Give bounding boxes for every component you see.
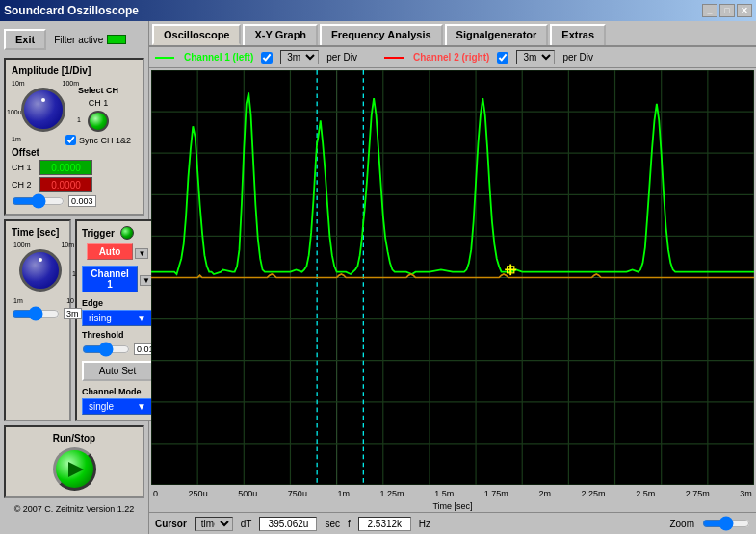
- ch1-offset-row: CH 1: [12, 160, 137, 175]
- time-axis-labels: 0 250u 500u 750u 1m 1.25m 1.5m 1.75m 2m …: [149, 487, 756, 500]
- ch2-per-div-select[interactable]: 3m: [516, 50, 555, 64]
- dt-label: dT: [241, 519, 252, 529]
- amplitude-slider-container: 0.003: [12, 194, 137, 208]
- tab-oscilloscope[interactable]: Oscilloscope: [152, 24, 241, 45]
- window-controls: _ □ ✕: [702, 4, 752, 17]
- time-label-275m: 2.75m: [686, 489, 710, 498]
- filter-active-indicator: Filter active: [54, 35, 126, 45]
- maximize-button[interactable]: □: [719, 4, 735, 17]
- ch1-checkbox[interactable]: [261, 52, 273, 64]
- trigger-label: Trigger: [82, 228, 115, 239]
- trigger-mode-dropdown[interactable]: ▼: [135, 248, 148, 259]
- time-scale-1m: 1m: [13, 297, 23, 304]
- threshold-slider[interactable]: [82, 342, 130, 357]
- ch1-label: CH 1: [89, 98, 109, 108]
- edge-value: rising: [89, 313, 112, 323]
- f-label: f: [348, 519, 351, 529]
- select-ch-label: Select CH: [78, 86, 118, 95]
- ch1-offset-label: CH 1: [12, 163, 36, 172]
- time-label-15m: 1.5m: [434, 489, 454, 498]
- cursor-label: Cursor: [155, 519, 187, 529]
- zoom-slider[interactable]: [702, 516, 750, 531]
- time-label-3m: 3m: [740, 489, 752, 498]
- tab-signal-generator[interactable]: Signalgenerator: [445, 24, 549, 45]
- tab-frequency-analysis[interactable]: Frequency Analysis: [320, 24, 443, 45]
- ch1-offset-input[interactable]: [39, 160, 92, 175]
- ch2-offset-input[interactable]: [39, 177, 92, 192]
- edge-label: Edge: [82, 298, 153, 308]
- hz-label: Hz: [419, 519, 430, 529]
- channel-mode-select[interactable]: single ▼: [82, 398, 153, 415]
- edge-select[interactable]: rising ▼: [82, 310, 153, 326]
- time-scale-1: 1: [72, 269, 76, 276]
- offset-section: Offset CH 1 CH 2: [12, 146, 137, 192]
- bottom-bar: Cursor time dT sec f Hz Zoom: [149, 512, 756, 534]
- auto-set-button[interactable]: Auto Set: [82, 361, 153, 381]
- trigger-channel-button[interactable]: Channel 1: [82, 266, 138, 292]
- time-label-225m: 2.25m: [582, 489, 606, 498]
- right-panel: Oscilloscope X-Y Graph Frequency Analysi…: [149, 21, 756, 534]
- time-scale-10m: 10m: [61, 242, 74, 248]
- trigger-header: Trigger: [82, 226, 153, 240]
- tab-bar: Oscilloscope X-Y Graph Frequency Analysi…: [149, 21, 756, 47]
- left-panel: Exit Filter active Amplitude [1/Div] 10m…: [0, 21, 149, 534]
- scope-grid: [151, 70, 754, 485]
- sync-checkbox[interactable]: [65, 135, 76, 145]
- sync-check[interactable]: Sync CH 1&2: [65, 135, 131, 145]
- cursor-mode-select[interactable]: time: [195, 517, 233, 531]
- f-value[interactable]: [358, 517, 411, 531]
- time-section: Time [sec] 100m 10m 1 1m 10 3m: [4, 219, 71, 421]
- time-slider-value: 3m: [64, 308, 82, 319]
- edge-select-row: rising ▼: [82, 310, 153, 326]
- time-label-750u: 750u: [288, 489, 307, 498]
- knob-dot: [41, 98, 45, 102]
- ch2-checkbox[interactable]: [497, 52, 508, 64]
- time-label: Time [sec]: [12, 227, 64, 238]
- close-button[interactable]: ✕: [737, 4, 752, 17]
- channel-mode-row: single ▼: [82, 398, 153, 415]
- offset-label: Offset: [12, 147, 39, 158]
- trigger-mode-button[interactable]: Auto: [87, 243, 134, 260]
- time-knob[interactable]: [19, 249, 62, 292]
- zoom-label: Zoom: [669, 519, 694, 529]
- channel-bar: Channel 1 (left) 3m per Div Channel 2 (r…: [149, 47, 756, 68]
- trigger-mode-row: Auto ▼: [82, 243, 153, 263]
- title-bar: Soundcard Oszilloscope _ □ ✕: [0, 0, 756, 21]
- time-label-250u: 250u: [189, 489, 208, 498]
- exit-filter-row: Exit Filter active: [4, 25, 144, 54]
- trigger-channel-label: Channel 1: [89, 268, 131, 290]
- ch1-led[interactable]: [88, 111, 109, 132]
- minimize-button[interactable]: _: [702, 4, 717, 17]
- ch2-line-indicator: [384, 57, 404, 59]
- ch1-label: Channel 1 (left): [184, 52, 253, 63]
- amplitude-slider[interactable]: [12, 194, 65, 208]
- time-scale-100m: 100m: [13, 242, 31, 248]
- time-label-1m: 1m: [337, 489, 350, 498]
- threshold-slider-container: 0.01: [82, 342, 153, 357]
- time-slider[interactable]: [12, 306, 60, 321]
- exit-button[interactable]: Exit: [4, 29, 46, 50]
- amplitude-label: Amplitude [1/Div]: [12, 65, 137, 76]
- time-trigger-row: Time [sec] 100m 10m 1 1m 10 3m: [4, 219, 144, 421]
- time-slider-container: 3m: [12, 306, 64, 321]
- channel-mode-label: Channel Mode: [82, 387, 153, 396]
- time-label-25m: 2.5m: [636, 489, 655, 498]
- scope-display[interactable]: [151, 70, 754, 485]
- play-icon: [68, 462, 84, 477]
- amplitude-knob[interactable]: [21, 88, 65, 132]
- channel-mode-section: Channel Mode single ▼: [82, 387, 153, 415]
- run-stop-button[interactable]: [53, 447, 96, 491]
- ch1-line-indicator: [155, 57, 174, 59]
- run-stop-section: Run/Stop: [4, 425, 144, 498]
- amp-scale-1m: 1m: [12, 136, 21, 142]
- dt-value[interactable]: [259, 517, 317, 531]
- run-stop-label: Run/Stop: [53, 433, 95, 444]
- tab-xy-graph[interactable]: X-Y Graph: [243, 24, 318, 45]
- time-scale-10: 10: [66, 297, 74, 304]
- amp-scale-100u: 100u: [7, 108, 22, 114]
- trigger-mode-container: Auto ▼ Channel 1 ▼: [82, 243, 153, 295]
- tab-extras[interactable]: Extras: [550, 24, 606, 45]
- ch2-label: Channel 2 (right): [413, 52, 489, 63]
- ch1-per-div-select[interactable]: 3m: [280, 50, 319, 64]
- app-title: Soundcard Oszilloscope: [4, 4, 139, 17]
